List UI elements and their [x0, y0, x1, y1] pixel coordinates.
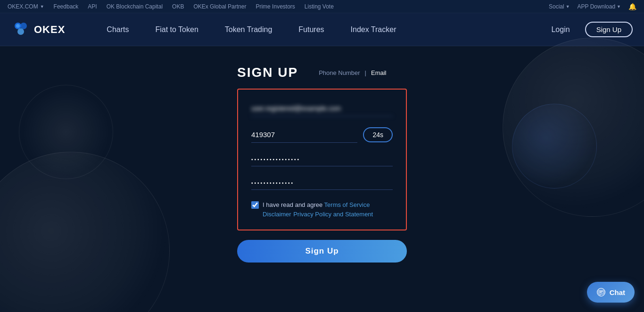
- agree-area: I have read and agree Terms of Service D…: [251, 200, 393, 218]
- svg-point-3: [16, 24, 20, 28]
- email-input-blurred: user.registered@example.com: [251, 101, 393, 116]
- main-nav-links: Charts Fiat to Token Token Trading Futur…: [93, 13, 544, 46]
- ok-blockchain-link[interactable]: OK Blockchain Capital: [107, 3, 163, 10]
- top-nav-left: OKEX.COM ▼ Feedback API OK Blockchain Ca…: [8, 3, 549, 10]
- tab-divider: |: [365, 69, 366, 76]
- top-nav-right: Social ▼ APP Download ▼ 🔔: [549, 3, 636, 10]
- prime-investors-link[interactable]: Prime Investors: [256, 3, 295, 10]
- app-download-arrow-icon: ▼: [617, 4, 621, 9]
- verification-code-input[interactable]: [251, 127, 357, 143]
- agree-text: I have read and agree: [263, 201, 324, 208]
- listing-vote-link[interactable]: Listing Vote: [305, 3, 334, 10]
- top-nav: OKEX.COM ▼ Feedback API OK Blockchain Ca…: [0, 0, 644, 13]
- feedback-link[interactable]: Feedback: [54, 3, 79, 10]
- nav-futures[interactable]: Futures: [285, 13, 337, 46]
- social-menu[interactable]: Social ▼: [549, 3, 570, 10]
- email-field-container: user.registered@example.com: [251, 101, 393, 116]
- signup-nav-button[interactable]: Sign Up: [585, 22, 633, 37]
- nav-charts[interactable]: Charts: [93, 13, 142, 46]
- terms-of-service-link[interactable]: Terms of Service: [324, 201, 370, 208]
- global-partner-link[interactable]: OKEx Global Partner: [193, 3, 246, 10]
- brand-link[interactable]: OKEX.COM ▼: [8, 3, 44, 10]
- agree-text-block: I have read and agree Terms of Service D…: [263, 200, 393, 218]
- confirm-password-field-container: ••••••••••••••: [251, 177, 393, 190]
- main-content: SIGN UP Phone Number | Email user.regist…: [0, 46, 644, 263]
- signup-action-button[interactable]: Sign Up: [237, 240, 407, 263]
- logo-text: OKEX: [34, 24, 65, 36]
- chat-icon: [596, 287, 606, 297]
- chat-button[interactable]: Chat: [587, 282, 635, 303]
- code-field-row: 24s: [251, 127, 393, 143]
- nav-index-tracker[interactable]: Index Tracker: [338, 13, 410, 46]
- api-link[interactable]: API: [88, 3, 97, 10]
- signup-tabs: Phone Number | Email: [317, 68, 388, 77]
- tab-phone[interactable]: Phone Number: [317, 68, 362, 77]
- notification-bell-icon[interactable]: 🔔: [628, 3, 636, 10]
- main-nav: OKEX Charts Fiat to Token Token Trading …: [0, 13, 644, 46]
- okex-logo-icon: [11, 21, 30, 38]
- main-nav-right: Login Sign Up: [544, 22, 633, 37]
- signup-title: SIGN UP: [237, 65, 298, 80]
- logo-area[interactable]: OKEX: [11, 21, 65, 38]
- brand-arrow-icon: ▼: [40, 4, 44, 9]
- disclaimer-link[interactable]: Disclaimer: [263, 211, 291, 218]
- svg-point-1: [20, 23, 27, 29]
- svg-point-2: [17, 28, 24, 35]
- nav-fiat-to-token[interactable]: Fiat to Token: [142, 13, 211, 46]
- nav-token-trading[interactable]: Token Trading: [212, 13, 286, 46]
- okb-link[interactable]: OKB: [172, 3, 184, 10]
- tab-email[interactable]: Email: [369, 68, 388, 77]
- password-field-container: ••••••••••••••••: [251, 153, 393, 166]
- agree-checkbox[interactable]: [251, 201, 259, 209]
- app-download-menu[interactable]: APP Download ▼: [578, 3, 621, 10]
- social-arrow-icon: ▼: [566, 4, 570, 9]
- send-code-button[interactable]: 24s: [363, 127, 393, 142]
- chat-label: Chat: [610, 288, 625, 296]
- privacy-policy-link[interactable]: Privacy Policy and Statement: [293, 211, 373, 218]
- signup-header: SIGN UP Phone Number | Email: [237, 65, 407, 80]
- signup-form-container: user.registered@example.com 24s ••••••••…: [237, 89, 407, 230]
- login-button[interactable]: Login: [544, 25, 577, 34]
